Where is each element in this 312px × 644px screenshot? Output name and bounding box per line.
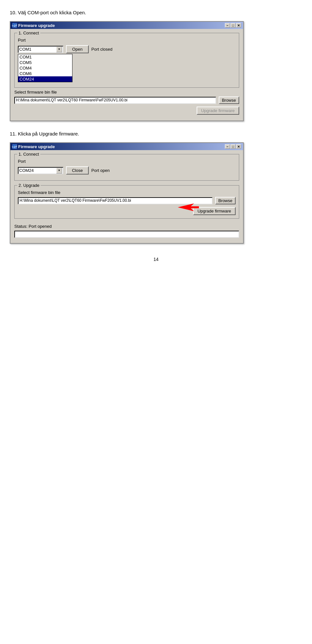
status-label-2: Status: Port opened <box>14 224 239 229</box>
title-bar-1: LQT Firmware upgrade − □ ✕ <box>10 22 243 29</box>
connect-legend-2: 1. Connect <box>17 152 40 157</box>
title-bar-controls-1: − □ ✕ <box>225 23 241 28</box>
progress-bar-2 <box>14 231 239 238</box>
dropdown-item-com4[interactable]: COM4 <box>18 65 72 71</box>
close-button-2[interactable]: ✕ <box>236 144 241 149</box>
close-port-button-2[interactable]: Close <box>66 166 89 174</box>
connect-section-1: 1. Connect Port COM1 ▼ Open Port closed <box>14 33 239 88</box>
page-number: 14 <box>10 257 302 262</box>
port-status-1: Port closed <box>91 47 112 52</box>
firmware-upgrade-window-1: LQT Firmware upgrade − □ ✕ 1. Connect Po… <box>10 21 244 121</box>
window-content-2: 1. Connect Port COM24 ▼ Close Port open … <box>10 150 243 243</box>
port-label-2: Port <box>18 159 26 164</box>
port-status-2: Port open <box>91 168 110 173</box>
upgrade-row-2: Upgrade firmware <box>18 207 236 215</box>
firmware-file-row-1: H:\Mina dokument\LQT ver2\LQT60 Firmware… <box>14 97 239 104</box>
firmware-section-1: Select firmware bin file H:\Mina dokumen… <box>14 88 239 117</box>
arrow-pointer-icon <box>178 202 201 213</box>
dropdown-item-com1[interactable]: COM1 <box>18 54 72 60</box>
window-content-1: 1. Connect Port COM1 ▼ Open Port closed <box>10 29 243 121</box>
upgrade-firmware-button-1[interactable]: Upgrade firmware <box>197 107 239 115</box>
title-bar-2: LQT Firmware upgrade − □ ✕ <box>10 143 243 150</box>
window-icon-2: LQT <box>12 144 17 149</box>
port-combobox-2[interactable]: COM24 ▼ <box>18 167 63 174</box>
svg-marker-0 <box>178 203 199 211</box>
firmware-label-1: Select firmware bin file <box>14 90 239 95</box>
title-bar-left-1: LQT Firmware upgrade <box>12 23 55 28</box>
firmware-upgrade-window-2: LQT Firmware upgrade − □ ✕ 1. Connect Po… <box>10 142 244 244</box>
minimize-button-2[interactable]: − <box>225 144 230 149</box>
upgrade-row-1: Upgrade firmware <box>14 107 239 115</box>
upgrade-legend-2: 2. Upgrade <box>17 183 41 188</box>
step11-text: 11. Klicka på Upgrade firmware. <box>10 131 302 136</box>
dropdown-list-1: COM1 COM5 COM4 COM6 COM24 <box>18 54 236 82</box>
browse-button-1[interactable]: Browse <box>219 97 239 104</box>
port-controls-row-1: COM1 ▼ Open Port closed <box>18 45 236 53</box>
port-combobox-1[interactable]: COM1 ▼ <box>18 46 63 53</box>
window-icon-1: LQT <box>12 23 17 28</box>
open-button-1[interactable]: Open <box>66 45 89 53</box>
port-combobox-value-2: COM24 <box>19 168 56 173</box>
port-controls-row-2: COM24 ▼ Close Port open <box>18 166 236 174</box>
dropdown-item-com6[interactable]: COM6 <box>18 71 72 76</box>
status-section-2: Status: Port opened <box>14 223 239 239</box>
step10-text: 10. Välj COM-port och klicka Open. <box>10 10 302 15</box>
combobox-arrow-2[interactable]: ▼ <box>56 168 62 174</box>
connect-legend-1: 1. Connect <box>17 31 40 35</box>
maximize-button-2[interactable]: □ <box>230 144 236 149</box>
port-label-row-2: Port <box>18 159 236 164</box>
port-label-1: Port <box>18 38 26 43</box>
firmware-path-input-1[interactable]: H:\Mina dokument\LQT ver2\LQT60 Firmware… <box>14 97 216 104</box>
firmware-file-row-2: H:\Mina dokument\LQT ver2\LQT60 Firmware… <box>18 197 236 204</box>
window-title-2: Firmware upgrade <box>18 144 55 149</box>
maximize-button-1[interactable]: □ <box>230 23 236 28</box>
combobox-arrow-1[interactable]: ▼ <box>56 46 62 52</box>
dropdown-options-1[interactable]: COM1 COM5 COM4 COM6 COM24 <box>18 54 72 82</box>
connect-section-2: 1. Connect Port COM24 ▼ Close Port open <box>14 154 239 181</box>
title-bar-controls-2: − □ ✕ <box>225 144 241 149</box>
port-label-row-1: Port <box>18 38 236 43</box>
window-title-1: Firmware upgrade <box>18 23 55 28</box>
port-combobox-value-1: COM1 <box>19 47 56 52</box>
dropdown-item-com24[interactable]: COM24 <box>18 76 72 82</box>
minimize-button-1[interactable]: − <box>225 23 230 28</box>
upgrade-section-2: 2. Upgrade Select firmware bin file H:\M… <box>14 185 239 219</box>
browse-button-2[interactable]: Browse <box>215 197 236 204</box>
firmware-label-2: Select firmware bin file <box>18 190 236 195</box>
title-bar-left-2: LQT Firmware upgrade <box>12 144 55 149</box>
close-button-1[interactable]: ✕ <box>236 23 241 28</box>
dropdown-item-com5[interactable]: COM5 <box>18 60 72 65</box>
